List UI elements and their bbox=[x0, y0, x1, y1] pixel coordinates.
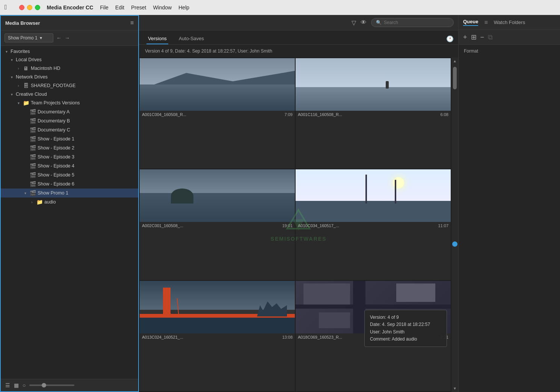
menu-edit[interactable]: Edit bbox=[115, 5, 124, 11]
media-item[interactable]: A002C001_160508_... 19:01 bbox=[140, 169, 295, 280]
main-layout: Media Browser ≡ Show Promo 1 ▾ ← → ▾ Fav… bbox=[0, 15, 560, 392]
media-duration: 11:07 bbox=[438, 223, 448, 228]
media-browser-title: Media Browser bbox=[5, 20, 40, 26]
eye-icon[interactable]: 👁 bbox=[361, 19, 367, 26]
scrollbar-track[interactable]: ▲ ▼ bbox=[451, 57, 458, 392]
media-duration: 13:08 bbox=[282, 335, 293, 339]
tree-label: Macintosh HD bbox=[31, 66, 60, 71]
dropdown-chevron-icon: ▾ bbox=[40, 35, 42, 41]
tree-item-show-promo1[interactable]: ▾ 🎬 Show Promo 1 bbox=[1, 188, 138, 198]
scroll-down-arrow[interactable]: ▼ bbox=[453, 386, 457, 390]
search-input[interactable] bbox=[384, 20, 449, 25]
project-icon: 🎬 bbox=[29, 136, 36, 142]
queue-header: Queue ≡ Watch Folders bbox=[459, 15, 560, 30]
apple-menu-icon[interactable]:  bbox=[5, 3, 7, 11]
media-label: A002C001_160508_... 19:01 bbox=[140, 222, 295, 229]
tree-label: Creative Cloud bbox=[16, 92, 47, 97]
media-thumbnail bbox=[140, 58, 295, 111]
tree-label: Documentary C bbox=[38, 127, 70, 133]
tree-label: Documentary B bbox=[38, 118, 70, 124]
search-box: 🔍 bbox=[371, 18, 454, 27]
media-thumbnail bbox=[296, 281, 451, 333]
tree-label: Favorites bbox=[11, 49, 30, 54]
media-item[interactable]: A018C069_160523_R... 2:21 bbox=[296, 281, 451, 391]
tree-item-show-ep2[interactable]: › 🎬 Show - Episode 2 bbox=[1, 143, 138, 152]
history-icon[interactable]: 🕐 bbox=[446, 35, 454, 42]
menu-window[interactable]: Window bbox=[153, 5, 172, 11]
tree-item-audio[interactable]: › 📁 audio bbox=[1, 198, 138, 207]
media-thumbnail bbox=[296, 58, 451, 111]
tree-item-documentary-a[interactable]: › 🎬 Documentary A bbox=[1, 107, 138, 116]
minimize-button[interactable] bbox=[27, 5, 32, 10]
nav-back-button[interactable]: ← bbox=[56, 35, 62, 41]
tree-item-show-ep5[interactable]: › 🎬 Show - Episode 5 bbox=[1, 170, 138, 179]
grid-view-button[interactable]: ▦ bbox=[14, 382, 19, 388]
add-to-queue-button[interactable]: + bbox=[463, 33, 467, 41]
search-icon: 🔍 bbox=[376, 20, 382, 25]
network-drive-icon: 🗄 bbox=[23, 83, 29, 89]
chevron-down-icon: ▾ bbox=[4, 50, 9, 54]
close-button[interactable] bbox=[19, 5, 24, 10]
media-filename: A002C001_160508_... bbox=[142, 223, 183, 228]
tab-auto-saves[interactable]: Auto-Saves bbox=[177, 33, 205, 44]
media-filename: A018C069_160523_R... bbox=[298, 335, 342, 339]
thumbnail-size-slider[interactable] bbox=[29, 384, 74, 386]
tree-item-favorites[interactable]: ▾ Favorites bbox=[1, 47, 138, 56]
duplicate-button[interactable]: ⧉ bbox=[488, 33, 493, 41]
fullscreen-button[interactable] bbox=[35, 5, 40, 10]
menu-help[interactable]: Help bbox=[178, 5, 189, 11]
tree-label: Show Promo 1 bbox=[38, 190, 68, 196]
chevron-down-icon: ▾ bbox=[9, 58, 14, 62]
folder-icon: 📁 bbox=[23, 100, 29, 106]
project-icon: 🎬 bbox=[29, 109, 36, 115]
project-dropdown[interactable]: Show Promo 1 ▾ bbox=[5, 33, 53, 42]
scroll-up-arrow[interactable]: ▲ bbox=[453, 59, 457, 63]
chevron-right-icon: › bbox=[29, 200, 35, 204]
queue-menu-icon[interactable]: ≡ bbox=[484, 19, 488, 26]
media-item[interactable]: A001C004_160508_R... 7:09 bbox=[140, 58, 295, 169]
tree-item-documentary-b[interactable]: › 🎬 Documentary B bbox=[1, 116, 138, 125]
nav-forward-button[interactable]: → bbox=[65, 35, 70, 41]
chevron-down-icon: ▾ bbox=[9, 75, 14, 79]
menu-file[interactable]: File bbox=[100, 5, 109, 11]
tab-watch-folders[interactable]: Watch Folders bbox=[494, 20, 525, 25]
tab-queue[interactable]: Queue bbox=[463, 19, 478, 26]
tree-item-team-projects[interactable]: ▾ 📁 Team Projects Versions bbox=[1, 98, 138, 107]
tree-item-local-drives[interactable]: ▾ Local Drives bbox=[1, 56, 138, 64]
tree-item-creative-cloud[interactable]: ▾ Creative Cloud bbox=[1, 90, 138, 98]
menu-preset[interactable]: Preset bbox=[131, 5, 146, 11]
tree-label: Documentary A bbox=[38, 109, 69, 115]
project-icon: 🎬 bbox=[29, 163, 36, 169]
tree-item-show-ep4[interactable]: › 🎬 Show - Episode 4 bbox=[1, 161, 138, 170]
project-icon: 🎬 bbox=[29, 145, 36, 151]
scrollbar-thumb[interactable] bbox=[453, 67, 457, 89]
list-view-button[interactable]: ☰ bbox=[5, 382, 10, 388]
tab-versions[interactable]: Versions bbox=[146, 33, 168, 44]
remove-button[interactable]: − bbox=[480, 33, 485, 41]
versions-panel: ▽ 👁 🔍 Versions Auto-Saves 🕐 Version 4 of… bbox=[139, 15, 459, 392]
bottom-view-controls: ☰ ▦ ○ bbox=[1, 379, 138, 391]
media-item[interactable]: A013C024_160521_... 13:08 bbox=[140, 281, 295, 391]
tree-label: Show - Episode 1 bbox=[38, 136, 74, 142]
project-icon: 🎬 bbox=[29, 127, 36, 133]
media-browser-header: Media Browser ≡ bbox=[1, 16, 138, 30]
tree-item-network-drives[interactable]: ▾ Network Drives bbox=[1, 73, 138, 81]
media-duration: 2:21 bbox=[441, 335, 448, 339]
tree-item-show-ep1[interactable]: › 🎬 Show - Episode 1 bbox=[1, 134, 138, 143]
tree-item-macintosh-hd[interactable]: › 🖥 Macintosh HD bbox=[1, 64, 138, 73]
tree-item-shared-footage[interactable]: › 🗄 SHARED_FOOTAGE bbox=[1, 81, 138, 90]
filter-icon[interactable]: ▽ bbox=[352, 19, 356, 26]
media-item[interactable]: A001C116_160508_R... 6:08 bbox=[296, 58, 451, 169]
drive-icon: 🖥 bbox=[23, 65, 29, 71]
media-grid-wrapper: A001C004_160508_R... 7:09 bbox=[139, 57, 458, 392]
tree-item-show-ep3[interactable]: › 🎬 Show - Episode 3 bbox=[1, 152, 138, 161]
settings-icon[interactable]: ⊞ bbox=[471, 33, 477, 41]
circle-icon[interactable]: ○ bbox=[23, 382, 26, 388]
media-browser-menu-icon[interactable]: ≡ bbox=[130, 20, 134, 26]
chevron-down-icon: ▾ bbox=[9, 92, 14, 96]
tree-item-show-ep6[interactable]: › 🎬 Show - Episode 6 bbox=[1, 179, 138, 188]
tree-item-documentary-c[interactable]: › 🎬 Documentary C bbox=[1, 125, 138, 134]
media-label: A018C069_160523_R... 2:21 bbox=[296, 333, 451, 341]
tree-label: Show - Episode 6 bbox=[38, 181, 74, 187]
media-item[interactable]: A010C034_160517_... 11:07 bbox=[296, 169, 451, 280]
